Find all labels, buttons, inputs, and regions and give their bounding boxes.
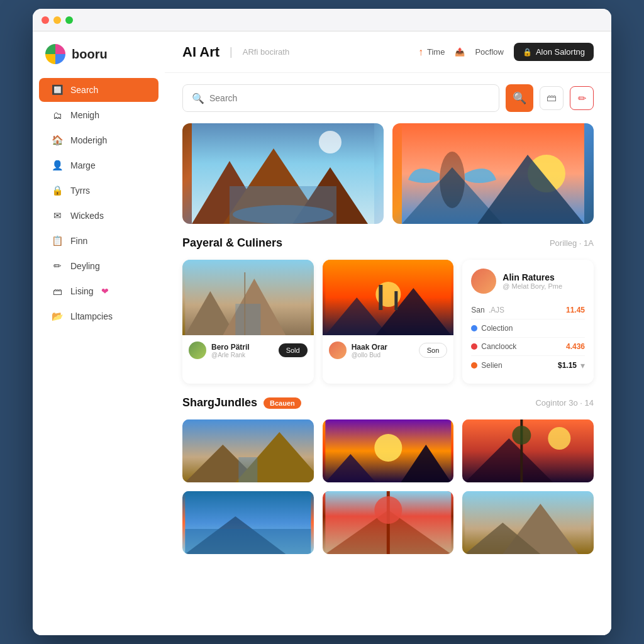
section2-grid-bottom (182, 491, 594, 554)
card-1[interactable]: Bero Pätril @Arle Rank Sold (182, 260, 314, 384)
sidebar-item-label-tyrrs: Tyrrs (70, 186, 90, 196)
sidebar-item-label-search: Search (70, 85, 98, 95)
nav-icon-deyling: ✏ (52, 260, 63, 272)
section1-header: Payeral & Culiners Porilleg · 1A (182, 236, 594, 250)
time-action[interactable]: ↑ Time (418, 47, 445, 58)
close-dot[interactable] (42, 16, 49, 24)
search-btn-icon: 🔍 (513, 91, 526, 105)
info-card-names: Alin Ratures @ Melat Bory, Pme (502, 272, 562, 290)
sidebar-item-deyling[interactable]: ✏ Deyling (39, 254, 158, 278)
section1-link[interactable]: Porilleg · 1A (550, 238, 594, 248)
card1-action-btn[interactable]: Sold (279, 343, 308, 357)
nav-icon-lising: 🗃 (52, 286, 63, 297)
info-row-3: Cancloock 4.436 (471, 338, 585, 356)
section2-tag[interactable]: Bcauen (264, 397, 301, 409)
sidebar-item-menigh[interactable]: 🗂 Menigh (39, 103, 158, 127)
card1-username: Bero Pätril (211, 343, 274, 352)
hero-image-2[interactable] (392, 123, 594, 224)
main-content: AI Art | ARfi bocirath ↑ Time 📤 Pocflow … (165, 31, 611, 635)
info-card-subtitle: @ Melat Bory, Pme (502, 282, 562, 290)
portfolio-action[interactable]: Pocflow (475, 47, 504, 57)
search-button[interactable]: 🔍 (506, 84, 533, 112)
svg-point-11 (440, 152, 465, 208)
chevron-down-btn[interactable]: ▾ (580, 360, 585, 370)
save-search-button[interactable]: 🗃 (540, 86, 564, 110)
info-row-4: Selien $1.15 ▾ (471, 356, 585, 375)
sidebar-item-lltampcies[interactable]: 📂 Lltampcies (39, 304, 158, 328)
sidebar-item-label-marge: Marge (70, 160, 96, 170)
section2-grid-top (182, 419, 594, 482)
dot-red-icon (471, 343, 477, 350)
user-button[interactable]: 🔒 Alon Salortng (514, 43, 594, 61)
section1-title: Payeral & Culiners (182, 236, 282, 250)
share-action[interactable]: 📤 (455, 47, 465, 57)
grid-img-6[interactable] (462, 491, 594, 554)
section2-title: ShargJundles (182, 396, 257, 409)
info-row2-label: Colection (471, 324, 513, 333)
sidebar-item-lising[interactable]: 🗃 Lising ❤ (39, 279, 158, 303)
edit-search-button[interactable]: ✏ (570, 86, 594, 110)
page-title: AI Art (182, 44, 219, 60)
section2-link[interactable]: Cogintor 3o · 14 (535, 398, 594, 408)
sidebar-item-label-lising: Lising (70, 286, 94, 296)
info-row-2: Colection (471, 319, 585, 338)
card2-footer: Haak Orar @ollo Bud Son (323, 335, 454, 365)
card1-image (182, 260, 314, 335)
arrow-icon: ↑ (418, 47, 423, 58)
search-input[interactable] (209, 93, 490, 103)
lock-icon: 🔒 (523, 48, 532, 57)
titlebar (33, 9, 611, 31)
info-card-avatar (471, 269, 496, 294)
card2-avatar (329, 341, 347, 359)
nav-icon-moderigh: 🏠 (52, 135, 63, 146)
sidebar-item-tyrrs[interactable]: 🔒 Tyrrs (39, 179, 158, 203)
search-section: 🔍 🔍 🗃 ✏ (165, 73, 611, 123)
info-row3-val: 4.436 (566, 342, 585, 351)
card1-user-info: Bero Pätril @Arle Rank (211, 343, 274, 358)
nav-icon-menigh: 🗂 (52, 109, 63, 121)
nav-icon-tyrrs: 🔒 (52, 185, 63, 196)
logo-area: booru (33, 44, 165, 77)
card2-image (323, 260, 454, 335)
search-icon: 🔍 (192, 92, 204, 104)
card1-avatar (189, 341, 206, 359)
sidebar-item-marge[interactable]: 👤 Marge (39, 153, 158, 177)
dot-blue-icon (471, 325, 477, 331)
minimize-dot[interactable] (53, 16, 61, 24)
svg-rect-21 (379, 285, 382, 310)
user-btn-label: Alon Salortng (536, 47, 585, 57)
sidebar-item-moderigh[interactable]: 🏠 Moderigh (39, 128, 158, 152)
grid-img-1[interactable] (182, 419, 314, 482)
card1-footer: Bero Pätril @Arle Rank Sold (182, 335, 314, 365)
grid-img-2[interactable] (323, 419, 454, 482)
topbar: AI Art | ARfi bocirath ↑ Time 📤 Pocflow … (165, 31, 611, 73)
section-payeral: Payeral & Culiners Porilleg · 1A (165, 236, 611, 396)
info-row4-actions: $1.15 ▾ (558, 360, 585, 370)
breadcrumb-sub: ARfi bocirath (243, 47, 289, 57)
card2-action-btn[interactable]: Son (419, 343, 448, 358)
edit-icon: ✏ (578, 92, 586, 104)
grid-img-5[interactable] (323, 491, 454, 554)
sidebar-item-finn[interactable]: 📋 Finn (39, 229, 158, 253)
info-row4-label: Selien (471, 361, 502, 370)
grid-img-4[interactable] (182, 491, 314, 554)
section-sharg: ShargJundles Bcauen Cogintor 3o · 14 (165, 396, 611, 567)
search-bar: 🔍 (182, 84, 499, 112)
nav-icon-finn: 📋 (52, 235, 63, 247)
grid-img-3[interactable] (462, 419, 594, 482)
info-row1-val: 11.45 (566, 306, 585, 314)
sidebar-item-wickeds[interactable]: ✉ Wickeds (39, 204, 158, 228)
sidebar-item-label-finn: Finn (70, 236, 87, 246)
maximize-dot[interactable] (65, 16, 73, 24)
sidebar-item-search[interactable]: 🔲 Search (39, 78, 158, 102)
nav-icon-search: 🔲 (52, 84, 63, 96)
section1-cards: Bero Pätril @Arle Rank Sold (182, 260, 594, 384)
svg-point-28 (374, 434, 402, 462)
card-2[interactable]: Haak Orar @ollo Bud Son (323, 260, 454, 384)
svg-rect-26 (238, 457, 257, 482)
svg-rect-15 (235, 304, 260, 335)
svg-point-1 (319, 131, 341, 153)
card2-user-info: Haak Orar @ollo Bud (352, 343, 414, 358)
hero-image-1[interactable] (182, 123, 384, 224)
dot-orange-icon (471, 362, 477, 369)
